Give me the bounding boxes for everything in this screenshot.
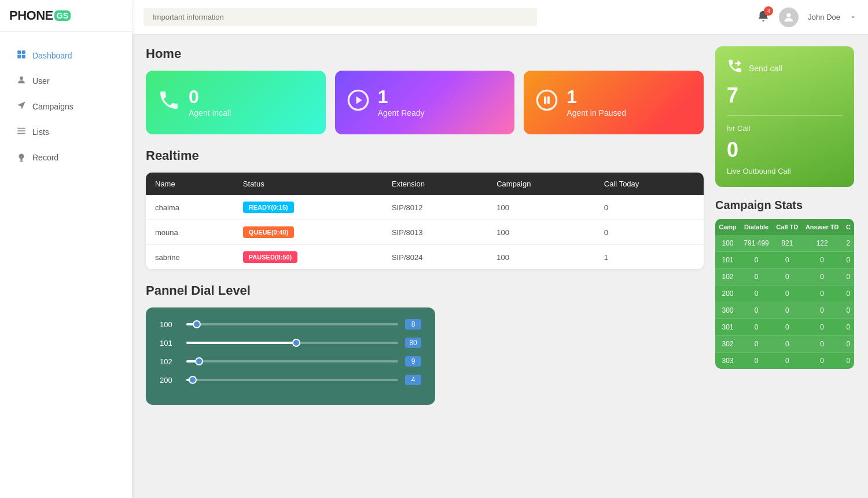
sidebar-item-user[interactable]: User (5, 69, 127, 93)
svg-rect-15 (544, 96, 546, 104)
sidebar: PHONE GS Dashboard User Campaigns Lists (0, 0, 132, 498)
camp-cell: 0 (773, 269, 801, 285)
camp-col-header: Dialable (740, 219, 773, 235)
camp-cell: 0 (802, 285, 843, 302)
sidebar-item-lists[interactable]: Lists (5, 120, 127, 144)
cell-extension: SIP/8012 (382, 195, 487, 220)
svg-rect-16 (547, 96, 550, 104)
realtime-title: Realtime (146, 148, 704, 163)
card-ready[interactable]: 1 Agent Ready (335, 71, 515, 134)
camp-cell: 0 (740, 336, 773, 353)
slider-row: 101 80 (160, 338, 421, 348)
slider-label: 101 (160, 339, 179, 347)
campaign-stats-table-wrap: CampDialableCall TDAnswer TDC 100 791 49… (715, 219, 854, 369)
camp-table-row: 200 0 0 0 0 (715, 285, 854, 302)
ready-label: Agent Ready (378, 108, 425, 118)
campaign-stats-title: Campaign Stats (715, 199, 854, 212)
status-badge: READY(0:15) (243, 202, 294, 213)
slider-track[interactable] (186, 360, 398, 362)
notification-count: 4 (764, 6, 773, 16)
info-input[interactable] (144, 8, 537, 26)
slider-track[interactable] (186, 323, 398, 325)
camp-cell: 0 (740, 302, 773, 319)
panel-section: Pannel Dial Level 100 8 101 80 102 9 200… (146, 283, 704, 405)
camp-cell: 0 (843, 285, 854, 302)
nav-menu: Dashboard User Campaigns Lists Record (0, 32, 132, 181)
campaign-stats-table: CampDialableCall TDAnswer TDC 100 791 49… (715, 219, 854, 369)
ready-count: 1 (378, 87, 425, 106)
sidebar-item-dashboard[interactable]: Dashboard (5, 43, 127, 68)
camp-cell: 0 (740, 319, 773, 336)
cell-name: mouna (146, 220, 234, 245)
svg-rect-9 (21, 159, 23, 161)
camp-cell: 0 (843, 336, 854, 353)
sidebar-item-label: Campaigns (32, 102, 73, 111)
dashboard-icon (16, 49, 27, 62)
ready-icon (347, 89, 370, 117)
col-campaign: Campaign (487, 173, 595, 195)
stat-cards: 0 Agent Incall 1 Agent Ready (146, 71, 704, 134)
status-badge: QUEUE(0:40) (243, 226, 294, 238)
outbound-label: Live Outbound Call (727, 167, 843, 175)
cell-status: QUEUE(0:40) (234, 220, 382, 245)
sidebar-item-record[interactable]: Record (5, 145, 127, 170)
camp-cell: 0 (843, 319, 854, 336)
camp-cell: 303 (715, 353, 740, 369)
table-row: sabrine PAUSED(8:50) SIP/8024 100 1 (146, 245, 704, 270)
slider-value: 80 (405, 338, 421, 348)
svg-point-4 (20, 76, 23, 80)
paused-info: 1 Agent in Paused (567, 87, 626, 118)
notification-bell[interactable]: 4 (757, 10, 770, 25)
slider-track[interactable] (186, 379, 398, 381)
panel-box: 100 8 101 80 102 9 200 4 (146, 307, 435, 405)
camp-cell: 821 (773, 235, 801, 252)
cell-campaign: 100 (487, 195, 595, 220)
camp-cell: 122 (802, 235, 843, 252)
sidebar-item-label: Record (32, 153, 58, 162)
sidebar-item-label: Dashboard (32, 51, 72, 60)
col-extension: Extension (382, 173, 487, 195)
camp-cell: 0 (802, 336, 843, 353)
svg-rect-2 (17, 55, 21, 58)
camp-cell: 200 (715, 285, 740, 302)
slider-value: 9 (405, 356, 421, 367)
svg-point-8 (19, 154, 24, 159)
chevron-down-icon (849, 14, 856, 21)
incall-info: 0 Agent Incall (189, 87, 231, 118)
camp-cell: 0 (802, 252, 843, 269)
incall-label: Agent Incall (189, 108, 231, 118)
col-status: Status (234, 173, 382, 195)
svg-rect-0 (17, 50, 21, 54)
camp-cell: 102 (715, 269, 740, 285)
slider-label: 100 (160, 320, 179, 329)
campaigns-icon (16, 100, 27, 113)
sidebar-item-campaigns[interactable]: Campaigns (5, 94, 127, 119)
paused-label: Agent in Paused (567, 108, 626, 118)
svg-rect-1 (22, 50, 25, 54)
camp-cell: 0 (843, 269, 854, 285)
card-paused[interactable]: 1 Agent in Paused (524, 71, 704, 134)
card-incall[interactable]: 0 Agent Incall (146, 71, 326, 134)
cell-name: chaima (146, 195, 234, 220)
topbar: 4 John Doe (132, 0, 868, 35)
lists-icon (16, 126, 27, 138)
avatar (779, 8, 799, 27)
ivr-value: 0 (727, 138, 843, 162)
camp-cell: 0 (843, 302, 854, 319)
right-panel: Send call 7 Ivr Call 0 Live Outbound Cal… (715, 46, 854, 486)
camp-table-row: 303 0 0 0 0 (715, 353, 854, 369)
panel-title: Pannel Dial Level (146, 283, 704, 298)
svg-marker-13 (356, 96, 362, 104)
campaign-stats-section: Campaign Stats CampDialableCall TDAnswer… (715, 199, 854, 369)
camp-cell: 0 (740, 285, 773, 302)
logo-text: PHONE (9, 8, 53, 23)
record-icon (16, 151, 27, 164)
slider-label: 200 (160, 376, 179, 385)
cell-name: sabrine (146, 245, 234, 270)
table-row: chaima READY(0:15) SIP/8012 100 0 (146, 195, 704, 220)
camp-table-row: 302 0 0 0 0 (715, 336, 854, 353)
camp-cell: 0 (843, 252, 854, 269)
camp-cell: 301 (715, 319, 740, 336)
slider-track[interactable] (186, 342, 398, 344)
logo-badge: GS (54, 10, 71, 21)
